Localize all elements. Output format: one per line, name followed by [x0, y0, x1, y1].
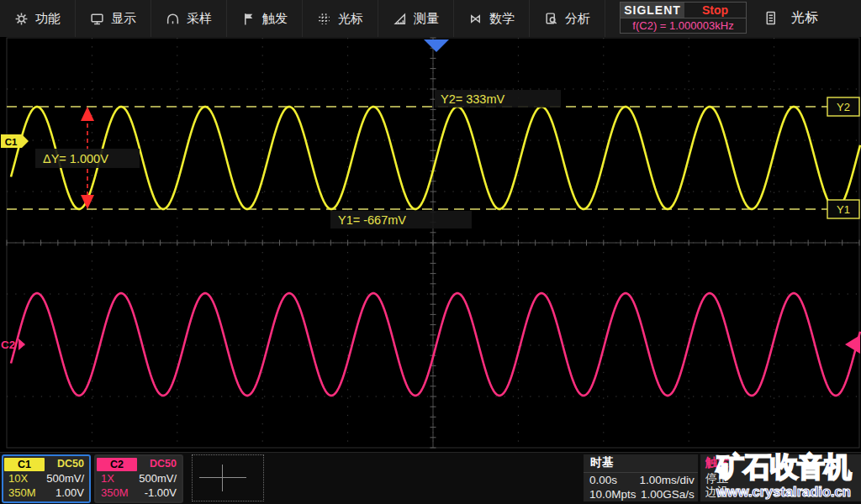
gear-icon: [14, 12, 29, 26]
channel1-bandwidth: 350M: [8, 486, 36, 500]
frequency-readout: f(C2) = 1.000003kHz: [621, 18, 746, 33]
analysis-icon: [544, 12, 558, 26]
menu-item-measure[interactable]: 测量: [378, 0, 454, 37]
channel1-scale: 500mV/: [46, 471, 84, 486]
trigger-position-marker[interactable]: [424, 39, 449, 52]
empty-channel-slot[interactable]: [192, 454, 264, 501]
logo-row: SIGLENT Stop: [621, 3, 746, 18]
graticule: [7, 38, 859, 448]
channel1-row-offset: 350M 1.00V: [3, 486, 89, 500]
menu-item-trigger[interactable]: 触发: [227, 0, 303, 37]
crosshair-icon: [199, 477, 246, 478]
c2-channel-marker[interactable]: [18, 339, 25, 350]
menu-label: 采样: [187, 11, 212, 27]
trigger-flag-icon: [241, 12, 256, 26]
waveform-display[interactable]: Y2= 333mVΔY= 1.000VY1= -667mVY2Y1C1C2: [0, 37, 861, 452]
timebase-scale: 1.00ms/div: [640, 474, 695, 487]
display-icon: [90, 12, 104, 26]
menu-label: 显示: [111, 11, 136, 27]
channel2-row-scale: 1X 500mV/: [96, 471, 182, 486]
y1-cursor-label: Y1= -667mV: [338, 213, 406, 227]
channel1-descriptor[interactable]: C1 DC50 10X 500mV/ 350M 1.00V: [2, 454, 91, 503]
menu-bar: 功能 显示 采样 触发 光标: [0, 0, 861, 39]
channel2-row-offset: 350M -1.00V: [96, 486, 182, 500]
menu-item-math[interactable]: 数学: [454, 0, 530, 37]
menu-item-function[interactable]: 功能: [0, 0, 76, 37]
channel1-offset: 1.00V: [55, 486, 84, 500]
timebase-title: 时基: [584, 454, 698, 473]
menu-item-analysis[interactable]: 分析: [530, 0, 605, 37]
timebase-delay: 0.00s: [589, 474, 637, 487]
delta-y-label: ΔY= 1.000V: [43, 152, 108, 165]
trigger-mode: 停止: [700, 472, 861, 486]
menu-label: 触发: [262, 11, 288, 27]
logo-status-box: SIGLENT Stop f(C2) = 1.000003kHz: [620, 2, 747, 34]
list-icon: [763, 11, 778, 25]
menu-label: 功能: [35, 11, 61, 27]
channel1-row-scale: 10X 500mV/: [3, 471, 89, 486]
crosshair-icon: [222, 465, 223, 491]
menu-item-display[interactable]: 显示: [76, 0, 151, 37]
timebase-memory-depth: 10.0Mpts: [589, 488, 637, 501]
channel2-offset: -1.00V: [145, 486, 177, 500]
menu-item-cursors[interactable]: 光标: [303, 0, 378, 37]
channel2-bandwidth: 350M: [101, 486, 129, 500]
delta-y-arrow-up: [81, 107, 94, 121]
measure-icon: [393, 12, 407, 26]
channel2-probe: 1X: [101, 471, 114, 486]
channel2-badge: C2: [97, 458, 137, 471]
c2-channel-marker-label[interactable]: C2: [1, 339, 15, 351]
timebase-sample-rate: 1.00GSa/s: [640, 488, 695, 501]
c2-trace: [11, 293, 860, 396]
channel1-badge: C1: [4, 458, 45, 471]
channel1-probe: 10X: [8, 471, 28, 486]
oscilloscope-screen: 功能 显示 采样 触发 光标: [0, 0, 861, 504]
y1-tag: Y1: [837, 203, 850, 216]
y2-tag: Y2: [837, 101, 850, 113]
cursor-dialog-label: 光标: [791, 9, 818, 27]
timebase-panel[interactable]: 时基 0.00s 1.00ms/div 10.0Mpts 1.00GSa/s: [584, 454, 698, 501]
trigger-title: 触发: [700, 454, 861, 472]
channel1-coupling: DC50: [57, 458, 89, 470]
channel1-header: C1 DC50: [3, 456, 89, 471]
cursor-dialog-title[interactable]: 光标: [747, 0, 861, 35]
menu-item-acquire[interactable]: 采样: [151, 0, 227, 37]
channel2-descriptor[interactable]: C2 DC50 1X 500mV/ 350M -1.00V: [94, 454, 183, 503]
cursor-grid-icon: [317, 12, 331, 26]
timebase-values: 0.00s 1.00ms/div 10.0Mpts 1.00GSa/s: [584, 473, 698, 502]
acquisition-status[interactable]: Stop: [684, 3, 746, 18]
channel2-scale: 500mV/: [139, 471, 177, 486]
math-icon: [468, 12, 483, 26]
menu-label: 测量: [414, 11, 439, 27]
status-bar: C1 DC50 10X 500mV/ 350M 1.00V C2 DC50 1X…: [0, 452, 861, 504]
sampling-icon: [166, 12, 180, 26]
menu-label: 光标: [338, 11, 363, 27]
channel2-header: C2 DC50: [96, 456, 182, 471]
channel2-coupling: DC50: [150, 458, 182, 470]
c1-channel-marker-label: C1: [5, 137, 18, 147]
trigger-type: 边沿: [700, 486, 861, 499]
trigger-level-marker[interactable]: [845, 335, 860, 354]
trigger-panel[interactable]: 触发 停止 边沿: [700, 454, 861, 501]
menu-label: 分析: [565, 11, 590, 27]
menu-label: 数学: [489, 11, 515, 27]
siglent-logo: SIGLENT: [621, 3, 684, 18]
y2-cursor-label: Y2= 333mV: [441, 92, 505, 106]
